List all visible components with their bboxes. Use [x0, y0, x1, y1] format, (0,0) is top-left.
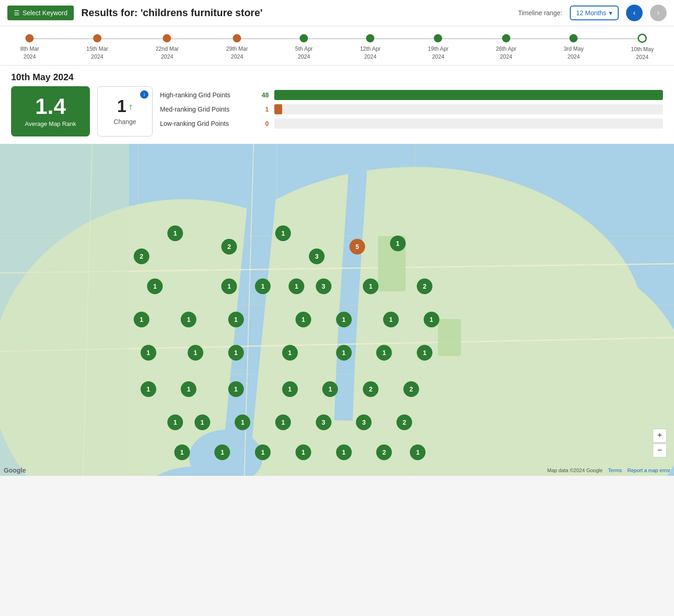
select-keyword-button[interactable]: ☰ Select Keyword	[7, 6, 74, 20]
map-marker-10[interactable]: 1	[289, 278, 304, 294]
grid-points-section: High-ranking Grid Points 48 Med-ranking …	[160, 86, 663, 136]
next-button[interactable]: ›	[650, 5, 667, 21]
map-marker-42[interactable]: 1	[174, 444, 190, 460]
timeline-range-dropdown[interactable]: 12 Months ▾	[570, 6, 619, 20]
avg-rank-label: Average Map Rank	[25, 120, 76, 127]
map-marker-32[interactable]: 1	[322, 381, 338, 397]
map-marker-13[interactable]: 2	[417, 278, 432, 294]
map-marker-34[interactable]: 2	[403, 381, 419, 397]
timeline-point-6[interactable]: 12th Apr2024	[360, 34, 381, 61]
map-marker-4[interactable]: 3	[309, 249, 325, 264]
map-copyright: Map data ©2024 Google	[547, 468, 603, 473]
map-marker-47[interactable]: 2	[376, 444, 392, 460]
timeline-point-2[interactable]: 15th Mar2024	[86, 34, 108, 61]
map-container[interactable]: 2121351111131211111111111111111112211113…	[0, 144, 674, 476]
map-marker-29[interactable]: 1	[181, 381, 196, 397]
map-terms[interactable]: Terms	[608, 468, 622, 473]
stats-row: 1.4 Average Map Rank i 1 ↑ Change High-r…	[0, 86, 674, 144]
map-marker-37[interactable]: 1	[235, 415, 250, 430]
map-marker-33[interactable]: 2	[363, 381, 378, 397]
map-marker-5[interactable]: 5	[349, 239, 365, 255]
map-marker-44[interactable]: 1	[255, 444, 271, 460]
menu-icon: ☰	[14, 9, 20, 17]
map-marker-16[interactable]: 1	[228, 312, 244, 327]
results-title: Results for: 'childrens furniture store'	[81, 7, 510, 19]
map-marker-23[interactable]: 1	[228, 345, 244, 361]
map-marker-22[interactable]: 1	[188, 345, 203, 361]
map-marker-9[interactable]: 1	[255, 278, 271, 294]
date-heading: 10th May 2024	[11, 72, 663, 83]
date-heading-section: 10th May 2024	[0, 65, 674, 86]
map-marker-48[interactable]: 1	[410, 444, 426, 460]
map-controls: + −	[653, 429, 667, 457]
map-marker-12[interactable]: 1	[363, 278, 378, 294]
zoom-out-button[interactable]: −	[653, 444, 667, 457]
map-marker-1[interactable]: 1	[167, 225, 183, 241]
timeline-label-8: 26th Apr2024	[496, 45, 516, 61]
map-marker-39[interactable]: 3	[316, 415, 331, 430]
low-ranking-row: Low-ranking Grid Points 0	[160, 118, 663, 129]
timeline-label-9: 3rd May2024	[564, 45, 584, 61]
map-marker-36[interactable]: 1	[195, 415, 210, 430]
map-marker-2[interactable]: 2	[221, 239, 237, 255]
map-marker-6[interactable]: 1	[390, 236, 406, 251]
map-marker-14[interactable]: 1	[134, 312, 149, 327]
timeline-label-6: 12th Apr2024	[360, 45, 381, 61]
med-ranking-bar	[274, 104, 282, 114]
map-marker-45[interactable]: 1	[296, 444, 311, 460]
chevron-down-icon: ▾	[609, 9, 612, 17]
map-marker-3[interactable]: 1	[275, 225, 291, 241]
map-marker-17[interactable]: 1	[296, 312, 311, 327]
map-marker-24[interactable]: 1	[282, 345, 298, 361]
map-marker-15[interactable]: 1	[181, 312, 196, 327]
map-marker-27[interactable]: 1	[417, 345, 432, 361]
map-marker-8[interactable]: 1	[221, 278, 237, 294]
timeline-point-4[interactable]: 29th Mar2024	[226, 34, 248, 61]
select-keyword-label: Select Keyword	[23, 9, 67, 17]
map-marker-41[interactable]: 2	[396, 415, 412, 430]
timeline-point-10[interactable]: 10th May2024	[631, 34, 654, 61]
avg-rank-number: 1.4	[35, 95, 66, 118]
map-marker-35[interactable]: 1	[167, 415, 183, 430]
map-marker-28[interactable]: 1	[141, 381, 156, 397]
timeline-point-8[interactable]: 26th Apr2024	[496, 34, 516, 61]
map-marker-46[interactable]: 1	[336, 444, 352, 460]
timeline-label-4: 29th Mar2024	[226, 45, 248, 61]
timeline-point-1[interactable]: 8th Mar2024	[20, 34, 39, 61]
timeline-label-1: 8th Mar2024	[20, 45, 39, 61]
map-marker-19[interactable]: 1	[383, 312, 399, 327]
info-icon[interactable]: i	[140, 90, 148, 99]
map-marker-7[interactable]: 1	[147, 278, 163, 294]
timeline-label-10: 10th May2024	[631, 46, 654, 61]
prev-button[interactable]: ‹	[626, 5, 643, 21]
map-report[interactable]: Report a map error	[627, 468, 670, 473]
high-ranking-count: 48	[258, 91, 269, 99]
change-label: Change	[114, 118, 136, 125]
map-marker-38[interactable]: 1	[275, 415, 291, 430]
timeline-point-3[interactable]: 22nd Mar2024	[155, 34, 179, 61]
map-marker-30[interactable]: 1	[228, 381, 244, 397]
map-marker-0[interactable]: 2	[134, 249, 149, 264]
map-footer: Google Map data ©2024 Google Terms Repor…	[0, 467, 674, 474]
map-marker-21[interactable]: 1	[141, 345, 156, 361]
change-box: i 1 ↑ Change	[97, 86, 153, 136]
timeline-point-7[interactable]: 19th Apr2024	[428, 34, 449, 61]
map-marker-26[interactable]: 1	[376, 345, 392, 361]
map-marker-31[interactable]: 1	[282, 381, 298, 397]
map-marker-20[interactable]: 1	[424, 312, 439, 327]
timeline-dot-8	[502, 34, 510, 42]
map-marker-40[interactable]: 3	[356, 415, 372, 430]
map-marker-43[interactable]: 1	[214, 444, 230, 460]
map-background	[0, 144, 674, 476]
high-ranking-bar-track	[274, 90, 663, 100]
timeline-section: 8th Mar2024 15th Mar2024 22nd Mar2024 29…	[0, 26, 674, 65]
map-marker-11[interactable]: 3	[316, 278, 331, 294]
timeline-point-5[interactable]: 5th Apr2024	[295, 34, 313, 61]
zoom-in-button[interactable]: +	[653, 429, 667, 443]
timeline-point-9[interactable]: 3rd May2024	[564, 34, 584, 61]
timeline-line	[30, 38, 644, 39]
med-ranking-bar-track	[274, 104, 663, 114]
svg-rect-13	[0, 144, 129, 476]
map-marker-18[interactable]: 1	[336, 312, 352, 327]
map-marker-25[interactable]: 1	[336, 345, 352, 361]
